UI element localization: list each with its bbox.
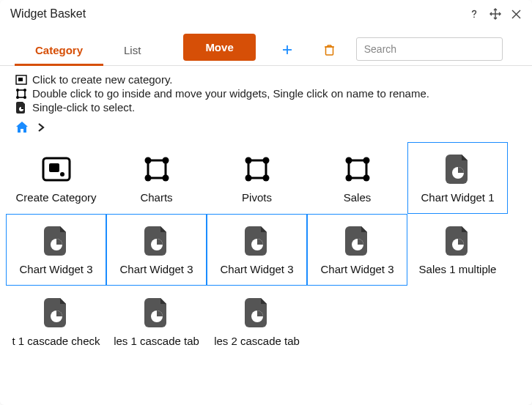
toolbar: Category List Move — [0, 26, 532, 66]
svg-rect-13 — [18, 78, 23, 81]
search-box — [356, 37, 503, 61]
grid-item[interactable]: Chart Widget 3 — [307, 214, 407, 286]
grid-item[interactable]: Sales — [307, 142, 407, 214]
delete-button[interactable] — [319, 39, 340, 61]
hint-create-text: Click to create new category. — [32, 73, 172, 86]
hints: Click to create new category. Double cli… — [0, 66, 532, 118]
widget-icon — [44, 225, 69, 257]
grid-item[interactable]: t 1 cascade check — [6, 286, 106, 357]
widget-icon — [144, 225, 169, 257]
tab-category[interactable]: Category — [15, 38, 103, 66]
tab-list[interactable]: List — [103, 38, 161, 66]
widget-icon — [44, 297, 69, 329]
grid-item-label[interactable]: Chart Widget 3 — [320, 263, 394, 275]
hint-select: Single-click to select. — [15, 101, 517, 114]
grid-item[interactable]: Sales 1 multiple — [407, 214, 508, 286]
grid-item-label[interactable]: Chart Widget 3 — [119, 263, 193, 275]
close-icon[interactable] — [511, 9, 522, 20]
category-icon — [343, 153, 372, 185]
grid-item[interactable]: Charts — [106, 142, 207, 214]
add-button[interactable] — [276, 39, 298, 61]
home-icon[interactable] — [15, 121, 29, 136]
grid-item-label[interactable]: t 1 cascade check — [12, 335, 100, 347]
items-grid: Create CategoryChartsPivotsSalesChart Wi… — [0, 142, 532, 357]
grid-item[interactable]: les 2 cascade tab — [207, 286, 307, 357]
widget-basket-window: Widget Basket Category List Move — [0, 0, 532, 405]
grid-item[interactable]: Pivots — [207, 142, 307, 214]
grid-item[interactable]: Chart Widget 3 — [106, 214, 207, 286]
widget-icon — [345, 225, 370, 257]
widget-hint-icon — [15, 102, 28, 114]
move-window-icon[interactable] — [489, 7, 502, 21]
grid-item[interactable]: les 1 cascade tab — [106, 286, 207, 357]
create-category-hint-icon — [15, 75, 28, 85]
chevron-right-icon — [37, 122, 45, 135]
grid-item-label[interactable]: les 2 cascade tab — [214, 335, 300, 347]
category-icon — [142, 153, 171, 185]
svg-rect-24 — [49, 163, 59, 172]
search-input[interactable] — [356, 37, 503, 61]
hint-move-text: Double click to go inside and move your … — [32, 87, 429, 100]
grid-item-label[interactable]: Chart Widget 3 — [19, 263, 92, 275]
category-icon — [243, 153, 272, 185]
create-category-icon — [40, 153, 73, 185]
grid-item-label[interactable]: Chart Widget 3 — [220, 263, 293, 275]
grid-item[interactable]: Chart Widget 3 — [6, 214, 106, 286]
grid-item-label[interactable]: les 1 cascade tab — [114, 335, 199, 347]
move-button[interactable]: Move — [183, 34, 255, 61]
svg-rect-7 — [325, 47, 333, 55]
grid-item-label[interactable]: Sales — [344, 191, 372, 204]
grid-item-label[interactable]: Chart Widget 1 — [421, 191, 494, 204]
hint-create: Click to create new category. — [15, 73, 517, 86]
grid-item-label[interactable]: Sales 1 multiple — [419, 263, 497, 275]
hint-select-text: Single-click to select. — [32, 101, 135, 114]
svg-point-25 — [60, 172, 64, 177]
titlebar: Widget Basket — [0, 4, 532, 26]
widget-icon — [446, 153, 470, 185]
grid-item[interactable]: Chart Widget 3 — [207, 214, 307, 286]
grid-item[interactable]: Create Category — [6, 142, 106, 214]
widget-icon — [144, 297, 169, 329]
widget-icon — [245, 225, 270, 257]
svg-point-0 — [473, 16, 475, 18]
help-icon[interactable] — [468, 8, 480, 20]
category-hint-icon — [15, 88, 28, 100]
hint-move: Double click to go inside and move your … — [15, 87, 517, 100]
window-title: Widget Basket — [10, 7, 86, 21]
grid-item-label[interactable]: Charts — [140, 191, 172, 204]
grid-item[interactable]: Chart Widget 1 — [407, 142, 508, 214]
widget-icon — [245, 297, 270, 329]
grid-item-label[interactable]: Pivots — [242, 191, 272, 204]
breadcrumb — [0, 118, 532, 142]
grid-item-label[interactable]: Create Category — [15, 191, 96, 204]
widget-icon — [446, 225, 470, 257]
